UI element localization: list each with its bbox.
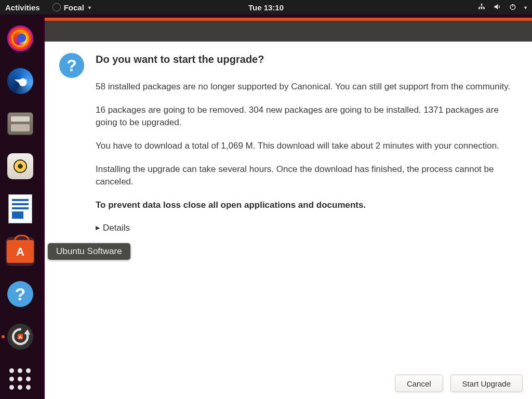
triangle-right-icon: ▶ — [96, 224, 100, 232]
help-icon: ? — [7, 281, 33, 307]
question-icon: ? — [59, 53, 84, 78]
details-label: Details — [103, 222, 130, 235]
app-menu-label: Focal — [64, 3, 84, 12]
ubuntu-dock: ? A — [0, 15, 41, 399]
firefox-icon — [7, 25, 33, 51]
dock-app-thunderbird[interactable] — [6, 66, 35, 96]
software-updater-icon: A — [7, 324, 33, 350]
dock-app-files[interactable] — [6, 109, 35, 138]
files-icon — [7, 112, 33, 135]
rhythmbox-icon — [7, 153, 33, 179]
release-upgrade-window: ? Do you want to start the upgrade? 58 i… — [45, 18, 532, 399]
dock-app-ubuntu-software[interactable] — [6, 237, 35, 266]
clock[interactable]: Tue 13:10 — [248, 3, 284, 12]
dock-app-help[interactable]: ? — [6, 280, 35, 309]
app-menu[interactable]: Focal ▾ — [52, 3, 91, 12]
window-titlebar[interactable] — [45, 21, 532, 42]
gnome-topbar: Activities Focal ▾ Tue 13:10 ▾ — [0, 0, 532, 15]
power-icon[interactable] — [509, 3, 517, 12]
libreoffice-writer-icon — [8, 194, 32, 223]
dialog-changes-text: 16 packages are going to be removed. 304… — [96, 104, 517, 129]
dock-tooltip: Ubuntu Software — [48, 243, 130, 260]
volume-icon[interactable] — [493, 3, 501, 12]
svg-marker-6 — [24, 329, 30, 335]
ubuntu-software-icon — [7, 240, 34, 263]
activities-button[interactable]: Activities — [5, 3, 40, 12]
focal-icon — [52, 3, 61, 11]
details-expander[interactable]: ▶ Details — [96, 222, 517, 235]
dialog-title: Do you want to start the upgrade? — [96, 52, 517, 67]
dialog-download-text: You have to download a total of 1,069 M.… — [96, 140, 517, 153]
svg-rect-2 — [481, 8, 483, 9]
chevron-down-icon: ▾ — [524, 5, 527, 10]
dialog-content: ? Do you want to start the upgrade? 58 i… — [45, 42, 532, 371]
dock-app-writer[interactable] — [6, 194, 35, 223]
svg-rect-3 — [483, 8, 485, 9]
dialog-duration-text: Installing the upgrade can take several … — [96, 163, 517, 189]
show-applications[interactable] — [6, 365, 35, 394]
dock-app-firefox[interactable] — [6, 24, 35, 53]
svg-rect-0 — [481, 4, 483, 5]
svg-rect-1 — [478, 8, 480, 9]
dialog-warning-text: To prevent data loss close all open appl… — [96, 199, 517, 212]
chevron-down-icon: ▾ — [88, 5, 91, 10]
network-icon[interactable] — [477, 3, 486, 12]
running-indicator — [2, 335, 5, 338]
thunderbird-icon — [7, 68, 33, 94]
start-upgrade-button[interactable]: Start Upgrade — [450, 375, 523, 392]
system-tray[interactable]: ▾ — [477, 3, 527, 12]
dialog-unsupported-text: 58 installed packages are no longer supp… — [96, 81, 517, 94]
dock-app-software-updater[interactable]: A — [6, 322, 35, 351]
cancel-button[interactable]: Cancel — [395, 375, 443, 392]
dialog-footer: Cancel Start Upgrade — [45, 371, 532, 399]
dock-app-rhythmbox[interactable] — [6, 152, 35, 181]
svg-text:A: A — [19, 334, 22, 340]
apps-grid-icon — [9, 368, 32, 391]
